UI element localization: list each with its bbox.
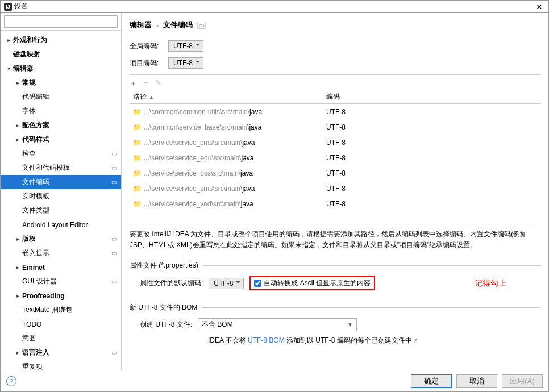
bom-create-combo[interactable]: 不含 BOM ▼	[198, 318, 357, 331]
sidebar-item-label: Emmet	[22, 264, 45, 272]
sidebar-item-0[interactable]: ▸外观和行为	[1, 33, 121, 47]
ascii-convert-checkbox[interactable]	[254, 280, 261, 287]
sidebar-item-12[interactable]: •文件类型	[1, 203, 121, 218]
table-row[interactable]: 📁...\service\service_vod\src\main\javaUT…	[130, 196, 540, 211]
sidebar-item-20[interactable]: •TODO	[1, 317, 121, 331]
path-cell: 📁...\common\common-utils\src\main\java	[130, 108, 323, 116]
global-encoding-label: 全局编码:	[130, 41, 164, 51]
sidebar-item-label: Android Layout Editor	[22, 221, 88, 229]
help-icon[interactable]: ?	[6, 376, 16, 386]
encoding-header[interactable]: 编码	[323, 92, 540, 102]
sidebar-item-4[interactable]: •代码编辑	[1, 90, 121, 104]
close-icon[interactable]: ✕	[534, 2, 545, 11]
breadcrumb-b: 文件编码	[163, 20, 193, 30]
sidebar-item-7[interactable]: ▸代码样式	[1, 132, 121, 147]
breadcrumb-a[interactable]: 编辑器	[130, 20, 152, 30]
sidebar-item-6[interactable]: ▸配色方案	[1, 118, 121, 132]
add-icon[interactable]: ＋	[130, 78, 137, 89]
settings-tree[interactable]: ▸外观和行为•键盘映射▾编辑器▸常规•代码编辑•字体▸配色方案▸代码样式•检查▭…	[1, 31, 121, 370]
sidebar-item-label: GUI 设计器	[22, 277, 57, 286]
sidebar-item-label: 语言注入	[22, 348, 49, 357]
sidebar-item-14[interactable]: ▸版权▭	[1, 232, 121, 246]
sidebar-item-label: 文件和代码模板	[22, 163, 70, 173]
encoding-cell[interactable]: UTF-8	[323, 108, 540, 116]
encoding-hint-text: 要更改 IntelliJ IDEA 为文件、目录或整个项目使用的编码，请根据需要…	[130, 223, 540, 251]
external-link-icon: ↗	[413, 337, 418, 344]
encoding-cell[interactable]: UTF-8	[323, 169, 540, 177]
ok-button[interactable]: 确定	[411, 374, 452, 388]
breadcrumb-sep: ›	[156, 21, 159, 30]
folder-icon: 📁	[133, 108, 142, 116]
body-area: 🔍 ▾ ▸外观和行为•键盘映射▾编辑器▸常规•代码编辑•字体▸配色方案▸代码样式…	[1, 13, 548, 370]
sidebar: 🔍 ▾ ▸外观和行为•键盘映射▾编辑器▸常规•代码编辑•字体▸配色方案▸代码样式…	[1, 13, 122, 370]
sidebar-item-label: 编辑器	[13, 64, 34, 73]
prop-default-enc-combo[interactable]: UTF-8	[209, 278, 244, 289]
scope-icon: ▭	[111, 165, 117, 171]
project-encoding-label: 项目编码:	[130, 59, 164, 68]
sidebar-item-10[interactable]: •文件编码▭	[1, 175, 121, 189]
path-cell: 📁...\service\service_edu\src\main\java	[130, 154, 323, 162]
sidebar-item-22[interactable]: ▸语言注入▭	[1, 345, 121, 360]
remove-icon: −	[144, 78, 148, 89]
bom-create-label: 创建 UTF-8 文件:	[140, 320, 192, 330]
sidebar-item-23[interactable]: •重复项	[1, 360, 121, 370]
global-encoding-combo[interactable]: UTF-8	[168, 40, 203, 52]
path-header[interactable]: 路径▲	[130, 92, 323, 102]
table-row[interactable]: 📁...\service\service_sms\src\main\javaUT…	[130, 181, 540, 196]
sidebar-item-15[interactable]: •嵌入提示▭	[1, 246, 121, 260]
sidebar-item-1[interactable]: •键盘映射	[1, 47, 121, 61]
scope-icon: ▭	[111, 236, 117, 242]
project-encoding-combo[interactable]: UTF-8	[168, 57, 203, 69]
table-row[interactable]: 📁...\service\service_edu\src\main\javaUT…	[130, 150, 540, 165]
sidebar-item-label: 代码样式	[22, 135, 49, 144]
sidebar-item-21[interactable]: •意图	[1, 331, 121, 345]
encoding-table: 路径▲ 编码 📁...\common\common-utils\src\main…	[130, 90, 540, 211]
search-input[interactable]	[4, 15, 118, 28]
path-cell: 📁...\service\service_oss\src\main\java	[130, 169, 323, 177]
table-row[interactable]: 📁...\service\service_cms\src\main\javaUT…	[130, 135, 540, 150]
sidebar-item-8[interactable]: •检查▭	[1, 147, 121, 161]
sidebar-item-3[interactable]: ▸常规	[1, 76, 121, 90]
properties-fieldset: 属性文件 (*.properties) 属性文件的默认编码: UTF-8 自动转…	[130, 261, 540, 293]
sidebar-item-18[interactable]: ▸Proofreading	[1, 289, 121, 303]
sidebar-item-label: 常规	[22, 78, 36, 87]
sidebar-item-11[interactable]: •实时模板	[1, 189, 121, 203]
tree-arrow-icon: ▸	[13, 293, 22, 299]
sidebar-item-label: 字体	[22, 106, 36, 116]
folder-icon: 📁	[133, 154, 142, 162]
sidebar-item-16[interactable]: ▸Emmet	[1, 260, 121, 274]
sidebar-item-2[interactable]: ▾编辑器	[1, 61, 121, 76]
encoding-cell[interactable]: UTF-8	[323, 154, 540, 162]
tree-arrow-icon: ▾	[4, 65, 13, 72]
scope-icon: ▭	[111, 349, 117, 356]
sidebar-item-label: 实时模板	[22, 191, 49, 201]
chevron-down-icon: ▼	[347, 322, 353, 328]
edit-icon: ✎	[155, 78, 161, 89]
encoding-cell[interactable]: UTF-8	[323, 200, 540, 208]
folder-icon: 📁	[133, 169, 142, 177]
sidebar-item-9[interactable]: •文件和代码模板▭	[1, 161, 121, 175]
encoding-cell[interactable]: UTF-8	[323, 185, 540, 193]
cancel-button[interactable]: 取消	[456, 374, 497, 388]
tree-arrow-icon: ▸	[13, 349, 22, 356]
bom-hint: IDEA 不会将 UTF-8 BOM 添加到以 UTF-8 编码的每个已创建文件…	[140, 336, 418, 345]
bom-legend: 新 UTF-8 文件的 BOM	[130, 303, 202, 312]
sidebar-item-label: 检查	[22, 149, 36, 159]
sidebar-item-label: 文件编码	[22, 177, 49, 187]
sidebar-item-17[interactable]: •GUI 设计器▭	[1, 274, 121, 289]
encoding-top-section: 全局编码: UTF-8 项目编码: UTF-8 ＋ − ✎ 路径▲ 编码 📁..…	[130, 40, 540, 348]
table-row[interactable]: 📁...\service\service_oss\src\main\javaUT…	[130, 165, 540, 181]
sidebar-item-5[interactable]: •字体	[1, 104, 121, 118]
breadcrumb: 编辑器 › 文件编码 ▭	[130, 20, 540, 30]
sidebar-item-19[interactable]: •TextMate 捆绑包	[1, 303, 121, 317]
table-row[interactable]: 📁...\common\service_base\src\main\javaUT…	[130, 119, 540, 135]
scope-icon[interactable]: ▭	[197, 22, 206, 29]
utf8-bom-link[interactable]: UTF-8 BOM	[248, 336, 285, 344]
table-row[interactable]: 📁...\common\common-utils\src\main\javaUT…	[130, 104, 540, 119]
path-cell: 📁...\common\service_base\src\main\java	[130, 123, 323, 131]
encoding-cell[interactable]: UTF-8	[323, 139, 540, 147]
sidebar-item-13[interactable]: •Android Layout Editor	[1, 218, 121, 232]
encoding-cell[interactable]: UTF-8	[323, 123, 540, 131]
apply-button[interactable]: 应用(A)	[502, 374, 543, 388]
tree-arrow-icon: ▸	[13, 136, 22, 143]
